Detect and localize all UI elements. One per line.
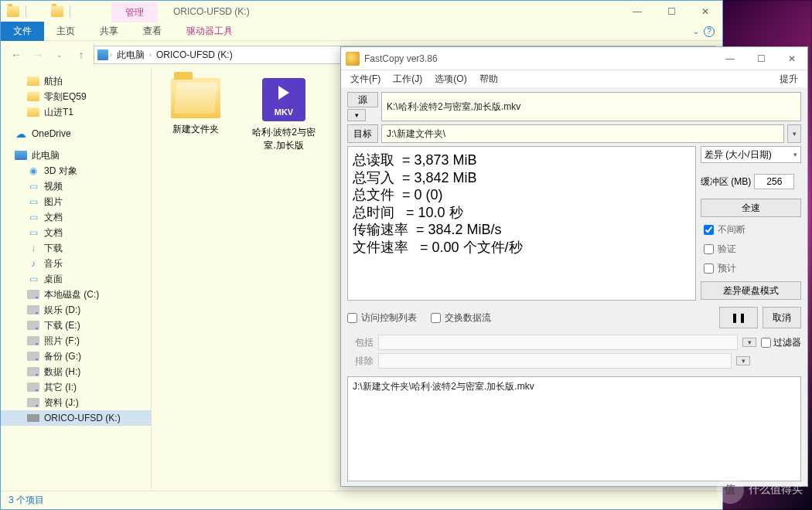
sidebar-drive-e[interactable]: 下载 (E:) — [1, 318, 151, 333]
sidebar-drive-j[interactable]: 资料 (J:) — [1, 395, 151, 410]
sidebar-docs[interactable]: ▭文档 — [1, 209, 151, 225]
folder-icon — [171, 78, 220, 118]
diffdisk-button[interactable]: 差异硬盘模式 — [701, 281, 801, 300]
folder-label: 新建文件夹 — [161, 123, 230, 136]
exclude-label: 排除 — [347, 355, 374, 368]
mkv-label: 哈利·波特2与密室.加长版 — [249, 126, 319, 152]
verify-check[interactable]: 验证 — [701, 243, 801, 256]
source-field[interactable]: K:\哈利·波特2与密室.加长版.mkv — [381, 92, 801, 121]
fc-maximize[interactable]: ☐ — [745, 47, 776, 70]
minimize-button[interactable]: — — [620, 1, 654, 22]
ribbon-drivetools[interactable]: 驱动器工具 — [174, 22, 245, 41]
sidebar-video[interactable]: ▭视频 — [1, 178, 151, 194]
cancel-button[interactable]: 取消 — [763, 307, 801, 328]
sidebar-drive-c[interactable]: 本地磁盘 (C:) — [1, 287, 151, 302]
menu-job[interactable]: 工作(J) — [388, 71, 427, 87]
log-panel: J:\新建文件夹\哈利·波特2与密室.加长版.mkv — [347, 376, 801, 481]
status-bar: 3 个项目 — [1, 491, 722, 509]
include-label: 包括 — [347, 336, 374, 349]
folder-item[interactable]: 新建文件夹 — [161, 78, 230, 136]
folder-current-icon — [49, 3, 66, 20]
nav-pane[interactable]: 航拍 零刻EQ59 山进T1 ☁OneDrive 此电脑 ◉3D 对象 ▭视频 … — [1, 69, 152, 491]
sidebar-pictures[interactable]: ▭图片 — [1, 194, 151, 209]
include-dd[interactable]: ▾ — [742, 338, 756, 347]
buffer-label: 缓冲区 (MB) — [701, 175, 751, 189]
sidebar-onedrive[interactable]: ☁OneDrive — [1, 126, 151, 141]
fastcopy-titlebar[interactable]: FastCopy ver3.86 — ☐ ✕ — [341, 47, 807, 70]
menu-options[interactable]: 选项(O) — [430, 71, 471, 87]
dest-dropdown[interactable]: ▾ — [787, 124, 801, 143]
sidebar-drive-f[interactable]: 照片 (F:) — [1, 333, 151, 348]
breadcrumb-thispc[interactable]: 此电脑 — [114, 49, 148, 62]
sidebar-3d[interactable]: ◉3D 对象 — [1, 163, 151, 178]
fullspeed-button[interactable]: 全速 — [701, 199, 801, 217]
sidebar-drive-i[interactable]: 其它 (I:) — [1, 379, 151, 395]
quick-item[interactable]: 航拍 — [1, 73, 151, 89]
sidebar-desktop[interactable]: ▭桌面 — [1, 271, 151, 287]
pc-icon — [97, 49, 108, 60]
ribbon-home[interactable]: 主页 — [44, 22, 87, 41]
ribbon: 文件 主页 共享 查看 驱动器工具 ⌄ ? — [1, 22, 722, 41]
dest-field[interactable]: J:\新建文件夹\ — [381, 124, 784, 143]
sidebar-docs[interactable]: ▭文档 — [1, 225, 151, 240]
nonstop-check[interactable]: 不间断 — [701, 223, 801, 236]
sidebar-drive-d[interactable]: 娱乐 (D:) — [1, 302, 151, 318]
ribbon-expand-chevron[interactable]: ⌄ — [693, 27, 699, 36]
window-title: ORICO-UFSD (K:) — [173, 6, 250, 17]
fastcopy-window: FastCopy ver3.86 — ☐ ✕ 文件(F) 工作(J) 选项(O)… — [340, 46, 808, 487]
fastcopy-menubar: 文件(F) 工作(J) 选项(O) 帮助 提升 — [341, 70, 807, 87]
acl-check[interactable]: 访问控制列表 — [347, 311, 417, 325]
contextual-tab-manage[interactable]: 管理 — [111, 2, 158, 22]
ribbon-view[interactable]: 查看 — [131, 22, 174, 41]
watermark-logo: 值 — [716, 476, 744, 504]
nav-up[interactable]: ↑ — [72, 46, 90, 64]
exclude-dd[interactable]: ▾ — [736, 356, 750, 366]
nav-forward[interactable]: → — [29, 46, 47, 64]
watermark-text: 什么值得买 — [749, 483, 803, 497]
sidebar-drive-h[interactable]: 数据 (H:) — [1, 364, 151, 379]
status-text: 3 个项目 — [9, 494, 44, 507]
nav-back[interactable]: ← — [7, 46, 26, 64]
sidebar-thispc[interactable]: 此电脑 — [1, 148, 151, 163]
source-dropdown[interactable]: ▾ — [347, 109, 366, 121]
qat-spacer — [30, 3, 47, 20]
fastcopy-title: FastCopy ver3.86 — [364, 53, 438, 64]
source-button[interactable]: 源 — [347, 92, 378, 107]
quick-item[interactable]: 零刻EQ59 — [1, 89, 151, 104]
exclude-input[interactable] — [378, 353, 732, 369]
explorer-titlebar: 管理 ORICO-UFSD (K:) — ☐ ✕ — [1, 1, 722, 22]
menu-file[interactable]: 文件(F) — [346, 71, 385, 87]
menu-boost[interactable]: 提升 — [775, 71, 803, 87]
include-input[interactable] — [378, 335, 738, 350]
mkv-icon: MKV — [262, 78, 305, 121]
sidebar-music[interactable]: ♪音乐 — [1, 256, 151, 271]
buffer-input[interactable]: 256 — [754, 174, 794, 189]
breadcrumb-drive[interactable]: ORICO-UFSD (K:) — [153, 49, 236, 60]
estimate-check[interactable]: 预计 — [701, 262, 801, 275]
sidebar-drive-k[interactable]: ORICO-UFSD (K:) — [1, 410, 151, 426]
ribbon-file[interactable]: 文件 — [1, 22, 44, 41]
sidebar-drive-g[interactable]: 备份 (G:) — [1, 348, 151, 364]
dest-button[interactable]: 目标 — [347, 124, 378, 143]
quick-item[interactable]: 山进T1 — [1, 104, 151, 120]
mode-combo[interactable]: 差异 (大小/日期)▾ — [701, 146, 801, 163]
sidebar-downloads[interactable]: ↓下载 — [1, 240, 151, 256]
menu-help[interactable]: 帮助 — [475, 71, 503, 87]
nav-recent-chevron[interactable]: ⌄ — [50, 46, 69, 64]
fastcopy-icon — [346, 52, 360, 66]
mkv-item[interactable]: MKV 哈利·波特2与密室.加长版 — [249, 78, 319, 152]
close-button[interactable]: ✕ — [688, 1, 722, 22]
fc-close[interactable]: ✕ — [776, 47, 807, 70]
swap-check[interactable]: 交换数据流 — [431, 311, 491, 325]
folder-app-icon — [5, 3, 22, 20]
maximize-button[interactable]: ☐ — [654, 1, 688, 22]
watermark: 值 什么值得买 — [716, 476, 803, 504]
help-icon[interactable]: ? — [704, 26, 715, 37]
stats-panel: 总读取 = 3,873 MiB 总写入 = 3,842 MiB 总文件 = 0 … — [347, 146, 696, 301]
fc-minimize[interactable]: — — [715, 47, 745, 70]
ribbon-share[interactable]: 共享 — [87, 22, 131, 41]
filter-check[interactable]: 过滤器 — [761, 336, 801, 349]
pause-button[interactable]: ❚❚ — [719, 307, 758, 328]
